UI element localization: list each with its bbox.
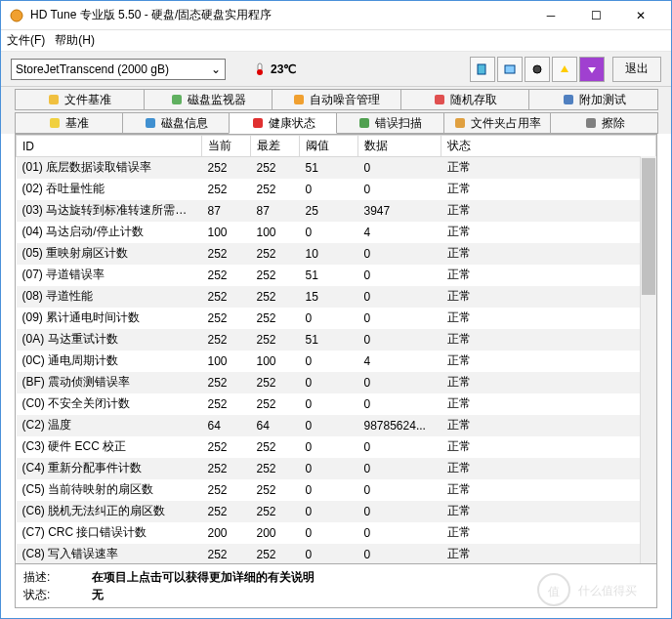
svg-point-0 [11,10,22,21]
svg-rect-11 [50,118,60,128]
table-row[interactable]: (C5) 当前待映射的扇区数25225200正常 [17,479,656,501]
benchmark-icon [48,116,62,130]
table-row[interactable]: (05) 重映射扇区计数252252100正常 [17,243,656,265]
drive-selector[interactable]: StoreJetTranscend (2000 gB) ⌄ [11,59,226,80]
svg-rect-3 [478,64,485,74]
tab-基准[interactable]: 基准 [15,112,123,134]
minimize-tray-button[interactable] [579,57,605,82]
tab-磁盘监视器[interactable]: 磁盘监视器 [144,89,273,110]
aam-icon [292,93,306,106]
menubar: 文件(F) 帮助(H) [1,30,671,52]
svg-point-2 [257,69,263,75]
table-row[interactable]: (0A) 马达重试计数252252510正常 [17,329,656,351]
table-row[interactable]: (03) 马达旋转到标准转速所需时间8787253947正常 [17,200,656,222]
app-icon [9,8,24,23]
svg-rect-15 [455,118,465,128]
tab-健康状态[interactable]: 健康状态 [229,112,337,134]
drive-selector-value: StoreJetTranscend (2000 gB) [16,62,169,76]
svg-rect-10 [564,95,573,104]
health-table-wrap: ID 当前 最差 阈值 数据 状态 (01) 底层数据读取错误率25225251… [16,135,656,563]
table-row[interactable]: (C4) 重新分配事件计数25225200正常 [17,458,656,479]
copy-info-button[interactable] [470,57,495,82]
col-data[interactable]: 数据 [358,136,441,157]
disk-monitor-icon [170,93,184,106]
table-row[interactable]: (C0) 不安全关闭计数25225200正常 [17,393,656,415]
table-row[interactable]: (0C) 通电周期计数10010004正常 [17,351,656,372]
tab-随机存取[interactable]: 随机存取 [400,89,530,110]
table-row[interactable]: (C3) 硬件 ECC 校正25225200正常 [17,436,656,458]
toolbar: StoreJetTranscend (2000 gB) ⌄ 23℃ 退出 [1,52,671,87]
table-row[interactable]: (04) 马达启动/停止计数10010004正常 [17,222,656,243]
col-current[interactable]: 当前 [202,136,251,157]
tab-错误扫描[interactable]: 错误扫描 [336,112,444,134]
info-icon [144,116,157,130]
svg-rect-13 [253,118,263,128]
temperature-display: 23℃ [253,62,296,76]
svg-rect-7 [172,95,182,104]
table-row[interactable]: (08) 寻道性能252252150正常 [17,286,656,308]
chevron-down-icon: ⌄ [211,62,221,76]
tab-自动噪音管理[interactable]: 自动噪音管理 [272,89,401,110]
options-button[interactable] [552,57,577,82]
error-scan-icon [357,116,371,130]
thermometer-icon [253,62,267,76]
desc-value: 在项目上点击可以获得更加详细的有关说明 [92,568,315,586]
svg-rect-14 [359,118,369,128]
svg-point-5 [533,65,541,73]
vertical-scrollbar[interactable] [640,156,656,563]
status-value: 无 [92,586,104,603]
save-screenshot-button[interactable] [525,57,550,82]
window-title: HD Tune 专业版 5.50 - 硬盘/固态硬盘实用程序 [30,7,528,23]
svg-rect-6 [49,95,59,104]
table-row[interactable]: (01) 底层数据读取错误率252252510正常 [17,157,656,179]
minimize-button[interactable]: ─ [528,2,573,29]
svg-rect-9 [435,95,444,104]
tab-擦除[interactable]: 擦除 [550,112,658,134]
col-threshold[interactable]: 阈值 [300,136,358,157]
table-row[interactable]: (C7) CRC 接口错误计数20020000正常 [17,522,656,544]
table-row[interactable]: (C8) 写入错误速率25225200正常 [17,544,656,564]
table-row[interactable]: (09) 累计通电时间计数25225200正常 [17,308,656,329]
svg-rect-12 [146,118,155,128]
tab-附加测试[interactable]: 附加测试 [528,89,658,110]
file-benchmark-icon [47,93,61,106]
svg-rect-16 [586,118,596,128]
tab-文件基准[interactable]: 文件基准 [15,89,145,110]
description-pane: 描述: 在项目上点击可以获得更加详细的有关说明 状态: 无 [16,563,656,607]
copy-screenshot-button[interactable] [497,57,523,82]
col-status[interactable]: 状态 [441,136,656,157]
desc-label: 描述: [23,568,63,586]
col-worst[interactable]: 最差 [251,136,300,157]
random-access-icon [433,93,446,106]
scrollbar-thumb[interactable] [642,158,655,295]
extra-tests-icon [562,93,575,106]
table-row[interactable]: (C6) 脱机无法纠正的扇区数25225200正常 [17,501,656,522]
tab-文件夹占用率[interactable]: 文件夹占用率 [443,112,552,134]
menu-file[interactable]: 文件(F) [7,32,45,49]
tab-磁盘信息[interactable]: 磁盘信息 [122,112,231,134]
table-row[interactable]: (BF) 震动侦测错误率25225200正常 [17,372,656,393]
table-row[interactable]: (C2) 温度6464098785624...正常 [17,415,656,436]
svg-rect-4 [505,65,515,73]
content-panel: ID 当前 最差 阈值 数据 状态 (01) 底层数据读取错误率25225251… [15,134,657,608]
tabs-row-1: 文件基准磁盘监视器自动噪音管理随机存取附加测试 [1,87,671,110]
table-row[interactable]: (02) 吞吐量性能25225200正常 [17,179,656,200]
erase-icon [584,116,598,130]
status-label: 状态: [23,586,63,603]
tabs-row-2: 基准磁盘信息健康状态错误扫描文件夹占用率擦除 [1,110,671,134]
folder-usage-icon [453,116,467,130]
menu-help[interactable]: 帮助(H) [55,32,95,49]
close-button[interactable]: ✕ [618,2,663,29]
svg-rect-8 [294,95,304,104]
exit-button[interactable]: 退出 [612,57,661,82]
table-row[interactable]: (07) 寻道错误率252252510正常 [17,265,656,286]
health-table: ID 当前 最差 阈值 数据 状态 (01) 底层数据读取错误率25225251… [16,135,656,563]
maximize-button[interactable]: ☐ [573,2,618,29]
health-icon [251,116,265,130]
titlebar: HD Tune 专业版 5.50 - 硬盘/固态硬盘实用程序 ─ ☐ ✕ [1,1,671,30]
col-id[interactable]: ID [17,136,202,157]
temperature-value: 23℃ [271,62,296,76]
